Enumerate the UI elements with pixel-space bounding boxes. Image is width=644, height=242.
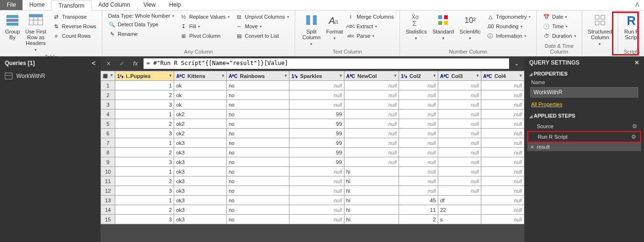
cell[interactable]: ok2 bbox=[174, 110, 227, 119]
row-number[interactable]: 1 bbox=[101, 81, 115, 90]
gear-icon[interactable]: ⚙ bbox=[632, 123, 637, 130]
cell[interactable]: null bbox=[481, 148, 524, 157]
cell[interactable]: 2 bbox=[115, 119, 174, 129]
cell[interactable]: no bbox=[227, 129, 289, 138]
cell[interactable]: no bbox=[227, 119, 289, 129]
cell[interactable]: null bbox=[399, 176, 438, 186]
cell[interactable]: 99 bbox=[289, 138, 344, 148]
replace-values-button[interactable]: ½Replace Values▾ bbox=[179, 12, 231, 21]
cell[interactable]: null bbox=[289, 176, 344, 186]
applied-step-run-r-script[interactable]: Run R Script⚙ bbox=[527, 131, 641, 143]
cell[interactable]: 2 bbox=[115, 205, 174, 215]
table-corner[interactable]: ▦▾ bbox=[101, 71, 115, 81]
cell[interactable]: null bbox=[438, 119, 481, 129]
statistics-button[interactable]: X̄σΣ Statistics bbox=[403, 11, 430, 42]
row-number[interactable]: 9 bbox=[101, 157, 115, 167]
cell[interactable]: null bbox=[289, 167, 344, 176]
cell[interactable]: null bbox=[344, 157, 399, 167]
row-number[interactable]: 4 bbox=[101, 110, 115, 119]
row-number[interactable]: 11 bbox=[101, 176, 115, 186]
detect-data-type-button[interactable]: 🔍Detect Data Type bbox=[107, 20, 175, 29]
cell[interactable]: null bbox=[481, 90, 524, 100]
cell[interactable]: no bbox=[227, 215, 289, 224]
cell[interactable]: no bbox=[227, 81, 289, 90]
cell[interactable]: null bbox=[399, 129, 438, 138]
merge-columns-button[interactable]: ⫲Merge Columns bbox=[346, 12, 395, 21]
menu-transform[interactable]: Transform bbox=[51, 0, 91, 11]
cell[interactable]: null bbox=[289, 205, 344, 215]
cell[interactable]: null bbox=[438, 176, 481, 186]
cell[interactable]: null bbox=[399, 148, 438, 157]
cell[interactable]: null bbox=[481, 196, 524, 205]
cell[interactable]: ok2 bbox=[174, 129, 227, 138]
cell[interactable]: 99 bbox=[289, 157, 344, 167]
cell[interactable]: ok bbox=[174, 100, 227, 110]
row-number[interactable]: 5 bbox=[101, 119, 115, 129]
cell[interactable]: null bbox=[399, 186, 438, 196]
cell[interactable]: 1 bbox=[115, 110, 174, 119]
cell[interactable]: null bbox=[344, 129, 399, 138]
row-number[interactable]: 15 bbox=[101, 215, 115, 224]
cell[interactable]: null bbox=[481, 205, 524, 215]
cell[interactable]: no bbox=[227, 100, 289, 110]
cell[interactable]: null bbox=[438, 110, 481, 119]
extract-button[interactable]: ABCExtract▾ bbox=[346, 22, 395, 31]
menu-add-column[interactable]: Add Column bbox=[92, 0, 137, 10]
cell[interactable]: no bbox=[227, 90, 289, 100]
cell[interactable]: 3 bbox=[115, 186, 174, 196]
cell[interactable]: ok3 bbox=[174, 138, 227, 148]
cell[interactable]: 99 bbox=[289, 119, 344, 129]
applied-steps-section[interactable]: APPLIED STEPS bbox=[524, 111, 644, 121]
cell[interactable]: hi bbox=[344, 205, 399, 215]
query-name-input[interactable] bbox=[530, 87, 638, 98]
cell[interactable]: null bbox=[344, 119, 399, 129]
cell[interactable]: null bbox=[438, 100, 481, 110]
cell[interactable]: 99 bbox=[289, 148, 344, 157]
first-row-headers-button[interactable]: Use First Row as Headers bbox=[22, 11, 50, 54]
cell[interactable]: no bbox=[227, 148, 289, 157]
queries-header[interactable]: Queries [1] < bbox=[0, 56, 100, 70]
cell[interactable]: null bbox=[399, 138, 438, 148]
rounding-button[interactable]: .00Rounding▾ bbox=[486, 22, 532, 31]
cell[interactable]: null bbox=[481, 215, 524, 224]
fx-icon[interactable]: fx bbox=[130, 58, 141, 69]
transpose-button[interactable]: ⇄Transpose bbox=[52, 12, 98, 21]
cell[interactable]: null bbox=[399, 119, 438, 129]
cell[interactable]: null bbox=[399, 167, 438, 176]
structured-column-button[interactable]: Structured Column bbox=[585, 11, 615, 48]
cell[interactable]: ok3 bbox=[174, 205, 227, 215]
cell[interactable]: null bbox=[289, 186, 344, 196]
cell[interactable]: null bbox=[438, 129, 481, 138]
cell[interactable]: null bbox=[289, 81, 344, 90]
cell[interactable]: hi bbox=[344, 186, 399, 196]
convert-to-list-button[interactable]: ▤Convert to List bbox=[234, 32, 290, 40]
cell[interactable]: null bbox=[438, 90, 481, 100]
cell[interactable]: null bbox=[481, 157, 524, 167]
cell[interactable]: ok3 bbox=[174, 148, 227, 157]
cell[interactable]: null bbox=[399, 81, 438, 90]
formula-input[interactable]: = #"Run R Script"{[Name="result"]}[Value… bbox=[144, 58, 509, 69]
row-number[interactable]: 2 bbox=[101, 90, 115, 100]
standard-button[interactable]: Standard bbox=[430, 11, 457, 42]
move-button[interactable]: ↔Move▾ bbox=[234, 22, 290, 31]
cell[interactable]: hi bbox=[344, 215, 399, 224]
cell[interactable]: null bbox=[289, 90, 344, 100]
data-grid[interactable]: ▦▾1²₃ i..Puppies▾AᴮC Kittens▾AᴮC Rainbow… bbox=[100, 71, 524, 242]
cell[interactable]: 45 bbox=[399, 196, 438, 205]
cell[interactable]: 3 bbox=[115, 129, 174, 138]
row-number[interactable]: 6 bbox=[101, 129, 115, 138]
cell[interactable]: null bbox=[344, 138, 399, 148]
cell[interactable]: null bbox=[344, 90, 399, 100]
cell[interactable]: null bbox=[481, 81, 524, 90]
formula-expand-button[interactable]: ⌄ bbox=[512, 60, 522, 67]
cell[interactable]: hi bbox=[344, 167, 399, 176]
row-number[interactable]: 8 bbox=[101, 148, 115, 157]
fill-button[interactable]: ↧Fill▾ bbox=[179, 22, 231, 31]
formula-cancel-button[interactable]: ✕ bbox=[103, 58, 114, 69]
row-number[interactable]: 7 bbox=[101, 138, 115, 148]
cell[interactable]: null bbox=[399, 157, 438, 167]
menu-help[interactable]: Help bbox=[162, 0, 188, 10]
cell[interactable]: null bbox=[344, 148, 399, 157]
cell[interactable]: no bbox=[227, 157, 289, 167]
cell[interactable]: no bbox=[227, 176, 289, 186]
